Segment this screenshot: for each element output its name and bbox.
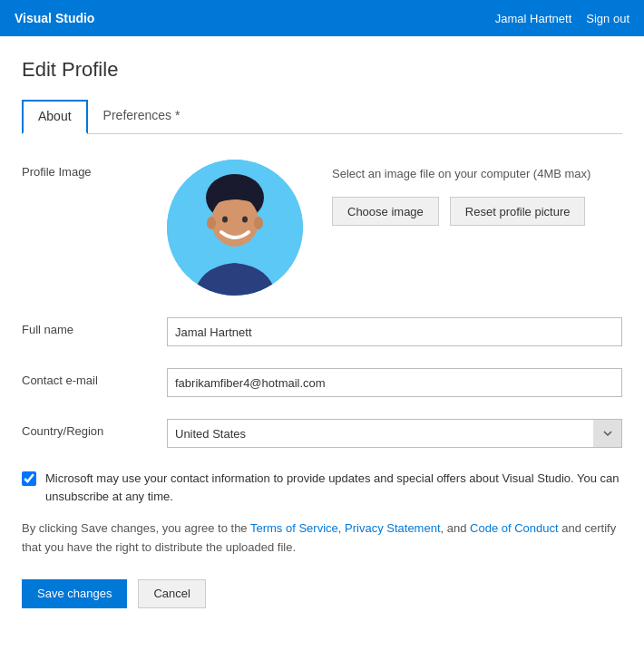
- legal-text: By clicking Save changes, you agree to t…: [22, 519, 622, 558]
- image-buttons: Choose image Reset profile picture: [332, 197, 590, 226]
- terms-link[interactable]: Terms of Service: [250, 521, 338, 535]
- privacy-link[interactable]: Privacy Statement: [345, 521, 441, 535]
- email-label: Contact e-mail: [22, 368, 167, 387]
- fullname-input[interactable]: [167, 317, 622, 346]
- tab-bar: About Preferences *: [22, 100, 622, 134]
- email-row: Contact e-mail: [22, 368, 622, 397]
- cancel-button[interactable]: Cancel: [138, 579, 205, 608]
- fullname-label: Full name: [22, 317, 167, 336]
- country-select[interactable]: United States Canada United Kingdom Aust…: [167, 419, 622, 448]
- profile-image-row: Profile Image: [22, 160, 622, 296]
- profile-image-control: Select an image file on your computer (4…: [167, 160, 622, 296]
- country-row: Country/Region United States Canada Unit…: [22, 419, 622, 448]
- country-select-wrapper: United States Canada United Kingdom Aust…: [167, 419, 622, 448]
- fullname-control: [167, 317, 622, 346]
- avatar: [167, 160, 303, 296]
- tab-preferences[interactable]: Preferences *: [88, 100, 196, 134]
- avatar-svg: [167, 160, 303, 296]
- page-content: Edit Profile About Preferences * Profile…: [0, 36, 644, 637]
- svg-point-3: [207, 217, 216, 229]
- svg-point-5: [222, 217, 228, 223]
- country-control: United States Canada United Kingdom Aust…: [167, 419, 622, 448]
- consent-row: Microsoft may use your contact informati…: [22, 470, 622, 505]
- reset-picture-button[interactable]: Reset profile picture: [450, 197, 586, 226]
- profile-image-section: Select an image file on your computer (4…: [167, 160, 622, 296]
- choose-image-button[interactable]: Choose image: [332, 197, 439, 226]
- header-username: Jamal Hartnett: [495, 12, 572, 25]
- image-actions: Select an image file on your computer (4…: [332, 160, 590, 226]
- email-control: [167, 368, 622, 397]
- tab-about[interactable]: About: [22, 100, 88, 134]
- header-right: Jamal Hartnett Sign out: [495, 12, 629, 25]
- save-button[interactable]: Save changes: [22, 579, 127, 608]
- signout-link[interactable]: Sign out: [586, 12, 629, 25]
- email-input[interactable]: [167, 368, 622, 397]
- app-header: Visual Studio Jamal Hartnett Sign out: [0, 0, 644, 36]
- page-title: Edit Profile: [22, 58, 622, 82]
- fullname-row: Full name: [22, 317, 622, 346]
- consent-label[interactable]: Microsoft may use your contact informati…: [45, 470, 622, 505]
- profile-image-label: Profile Image: [22, 160, 167, 179]
- image-hint: Select an image file on your computer (4…: [332, 167, 590, 180]
- app-title: Visual Studio: [15, 11, 94, 25]
- bottom-actions: Save changes Cancel: [22, 579, 622, 616]
- conduct-link[interactable]: Code of Conduct: [470, 521, 559, 535]
- consent-checkbox[interactable]: [22, 471, 36, 486]
- svg-point-6: [242, 217, 248, 223]
- svg-point-4: [254, 217, 263, 229]
- country-label: Country/Region: [22, 419, 167, 438]
